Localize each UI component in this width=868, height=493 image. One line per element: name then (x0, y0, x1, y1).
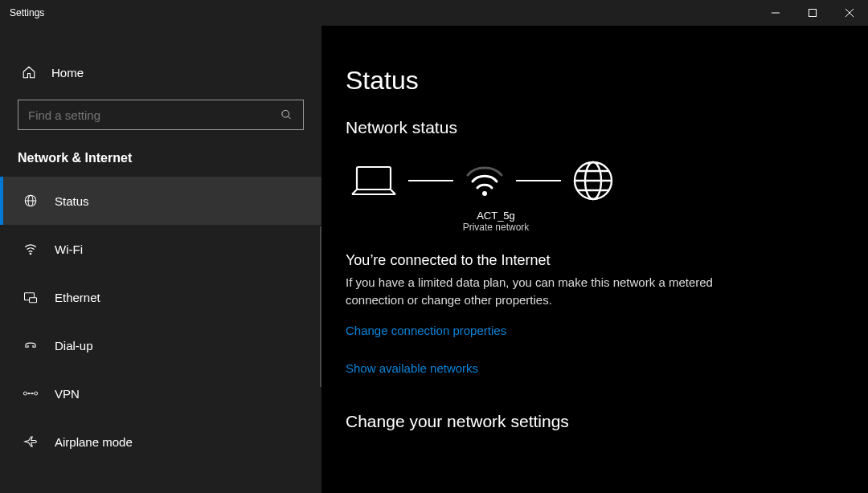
sidebar-item-label: Ethernet (55, 291, 100, 304)
section-change-network-settings: Change your network settings (346, 412, 829, 431)
airplane-icon (23, 434, 39, 449)
sidebar-item-vpn[interactable]: VPN (0, 369, 321, 418)
svg-rect-17 (357, 167, 391, 189)
wifi-signal-icon (465, 164, 505, 198)
connection-description: If you have a limited data plan, you can… (346, 274, 764, 309)
sidebar-item-label: Airplane mode (55, 435, 133, 449)
svg-point-18 (482, 191, 487, 196)
close-button[interactable] (831, 0, 868, 26)
page-title: Status (346, 66, 829, 96)
titlebar: Settings (0, 0, 868, 26)
link-show-available-networks[interactable]: Show available networks (346, 361, 478, 375)
dialup-icon (23, 338, 39, 352)
section-network-status: Network status (346, 118, 829, 137)
laptop-icon (350, 164, 397, 198)
status-icon (23, 194, 39, 208)
ethernet-icon (23, 290, 39, 304)
sidebar-item-label: Dial-up (55, 339, 93, 352)
sidebar-section-title: Network & Internet (0, 145, 321, 177)
svg-point-16 (31, 393, 32, 393)
svg-point-12 (23, 392, 27, 395)
network-ssid: ACT_5g (339, 210, 653, 222)
content-pane: Status Network status ACT_5g Private net… (321, 26, 868, 493)
sidebar-item-status[interactable]: Status (0, 177, 321, 225)
sidebar-item-label: VPN (55, 387, 80, 401)
sidebar-item-dialup[interactable]: Dial-up (0, 321, 321, 369)
svg-rect-11 (30, 298, 37, 303)
wifi-icon (23, 242, 39, 256)
sidebar: Home Network & Internet Status (0, 26, 321, 493)
diagram-connector (516, 180, 561, 181)
svg-point-9 (30, 253, 31, 255)
svg-point-13 (35, 392, 38, 395)
globe-icon (572, 160, 614, 202)
sidebar-item-label: Wi-Fi (55, 242, 83, 256)
window-title: Settings (10, 7, 44, 18)
search-input[interactable] (18, 100, 304, 130)
home-nav[interactable]: Home (0, 55, 321, 90)
home-icon (21, 65, 37, 79)
diagram-connector (408, 180, 453, 181)
connection-heading: You’re connected to the Internet (346, 252, 829, 269)
sidebar-item-airplane[interactable]: Airplane mode (0, 418, 321, 466)
svg-rect-1 (809, 10, 817, 17)
sidebar-item-ethernet[interactable]: Ethernet (0, 273, 321, 321)
network-type: Private network (339, 222, 653, 233)
network-diagram (346, 155, 829, 205)
vpn-icon (23, 388, 39, 399)
link-change-connection-properties[interactable]: Change connection properties (346, 324, 506, 337)
sidebar-item-wifi[interactable]: Wi-Fi (0, 225, 321, 273)
svg-point-15 (28, 393, 29, 393)
minimize-button[interactable] (757, 0, 794, 26)
sidebar-item-label: Status (55, 194, 89, 208)
maximize-button[interactable] (794, 0, 831, 26)
home-label: Home (51, 66, 84, 79)
